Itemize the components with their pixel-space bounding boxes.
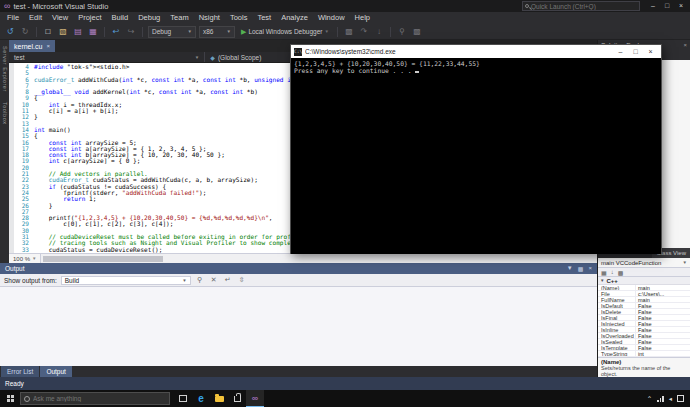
network-icon[interactable] <box>657 396 664 402</box>
property-value[interactable]: False <box>636 327 690 332</box>
menu-debug[interactable]: Debug <box>133 12 165 24</box>
cmd-close-button[interactable]: × <box>643 46 658 58</box>
alphabetical-icon[interactable]: ↓ <box>611 269 614 275</box>
redo-icon[interactable]: ↪ <box>125 26 137 38</box>
editor-horizontal-scrollbar[interactable] <box>41 254 597 263</box>
property-value[interactable]: main <box>636 285 690 290</box>
find-message-icon[interactable]: ⚲ <box>195 276 205 284</box>
property-value[interactable]: False <box>636 339 690 344</box>
menu-edit[interactable]: Edit <box>24 12 47 24</box>
windows-logo-icon <box>7 395 14 402</box>
volume-icon[interactable]: ◂ <box>669 395 672 403</box>
maximize-button[interactable]: □ <box>660 1 674 11</box>
minimize-button[interactable]: – <box>646 1 660 11</box>
panel-tab-output[interactable]: Output <box>40 366 72 377</box>
new-file-icon[interactable]: □ <box>42 26 54 38</box>
edge-taskbar-button[interactable]: e <box>192 390 210 407</box>
menu-tools[interactable]: Tools <box>225 12 253 24</box>
navigate-forward-icon[interactable]: ↻ <box>19 26 31 38</box>
menu-analyze[interactable]: Analyze <box>276 12 313 24</box>
property-pages-icon[interactable]: ▩ <box>618 269 624 276</box>
menu-window[interactable]: Window <box>313 12 350 24</box>
properties-object-dropdown[interactable]: main VCCodeFunction ▼ <box>598 258 690 268</box>
save-all-icon[interactable]: ▦ <box>87 26 99 38</box>
build-icon[interactable]: ▩ <box>343 26 355 38</box>
selected-property-description: Sets/returns the name of the object. <box>601 365 687 377</box>
property-value[interactable]: int <box>636 351 690 356</box>
cmd-minimize-button[interactable]: – <box>613 46 628 58</box>
close-icon[interactable]: × <box>683 42 687 48</box>
scrollbar-thumb[interactable] <box>43 256 163 262</box>
property-value[interactable]: False <box>636 321 690 326</box>
project-dropdown[interactable]: test ▼ <box>9 52 205 62</box>
taskbar-search-box[interactable] <box>20 392 170 405</box>
categorized-icon[interactable]: ▦ <box>601 269 607 276</box>
start-debug-button[interactable]: ▶ Local Windows Debugger ▼ <box>238 26 332 38</box>
output-title-bar[interactable]: Output ▼ ▩ × <box>0 263 597 274</box>
output-source-dropdown[interactable]: Build ▼ <box>61 276 191 285</box>
visual-studio-taskbar-button[interactable]: ∞ <box>246 390 264 407</box>
properties-section-header[interactable]: ▼ C++ <box>598 277 690 285</box>
find-in-files-icon[interactable]: ⚲ <box>396 26 408 38</box>
property-value[interactable]: False <box>636 303 690 308</box>
menu-file[interactable]: File <box>2 12 24 24</box>
property-value[interactable]: False <box>636 315 690 320</box>
menu-view[interactable]: View <box>47 12 73 24</box>
cmd-output[interactable]: {1,2,3,4,5} + {10,20,30,40,50} = {11,22,… <box>291 58 661 254</box>
step-over-icon[interactable]: ↷ <box>358 26 370 38</box>
menu-nsight[interactable]: Nsight <box>194 12 225 24</box>
property-name: IsInline <box>598 327 636 332</box>
clear-all-icon[interactable]: ✕ <box>209 276 219 284</box>
property-name: TypeString <box>598 351 636 356</box>
task-view-button[interactable] <box>174 390 192 407</box>
store-taskbar-button[interactable] <box>228 390 246 407</box>
pin-icon[interactable]: ▩ <box>578 265 584 272</box>
quick-launch-box[interactable] <box>522 1 640 11</box>
navigate-back-icon[interactable]: ↺ <box>4 26 16 38</box>
property-value[interactable]: False <box>636 333 690 338</box>
code-text: __global__ void addKernel(int *c, const … <box>34 89 258 95</box>
save-icon[interactable]: ▤ <box>72 26 84 38</box>
word-wrap-icon[interactable]: ↵ <box>223 276 233 284</box>
server-explorer-tab[interactable]: Server Explorer <box>2 46 8 92</box>
cmd-window[interactable]: C:\ C:\Windows\system32\cmd.exe – □ × {1… <box>290 44 662 254</box>
zoom-dropdown[interactable]: 100 % ▼ <box>9 254 41 263</box>
tray-expand-icon[interactable]: ⌃ <box>647 395 652 403</box>
tab-label: kernel.cu <box>14 43 42 50</box>
menu-test[interactable]: Test <box>252 12 276 24</box>
cmd-title-bar[interactable]: C:\ C:\Windows\system32\cmd.exe – □ × <box>291 45 661 58</box>
close-button[interactable]: × <box>674 1 688 11</box>
property-value[interactable]: main <box>636 297 690 302</box>
cmd-maximize-button[interactable]: □ <box>628 46 643 58</box>
property-value[interactable]: False <box>636 309 690 314</box>
step-into-icon[interactable]: ↓ <box>373 26 385 38</box>
comment-icon[interactable]: ▩ <box>411 26 423 38</box>
open-file-icon[interactable]: ▧ <box>57 26 69 38</box>
action-center-icon[interactable] <box>677 395 684 402</box>
start-button[interactable] <box>0 390 20 407</box>
undo-icon[interactable]: ↩ <box>110 26 122 38</box>
panel-tab-error-list[interactable]: Error List <box>1 366 39 377</box>
menu-project[interactable]: Project <box>73 12 106 24</box>
property-value[interactable]: c:\Users\... <box>636 291 690 296</box>
property-description: (Name) Sets/returns the name of the obje… <box>598 357 690 378</box>
platform-dropdown[interactable]: x86 ▼ <box>199 26 235 38</box>
window-position-icon[interactable]: ▼ <box>567 265 573 272</box>
edge-icon: e <box>198 393 204 404</box>
search-icon <box>525 4 529 8</box>
file-explorer-taskbar-button[interactable] <box>210 390 228 407</box>
close-icon[interactable]: × <box>588 265 592 272</box>
output-content[interactable] <box>0 287 597 366</box>
property-value[interactable]: False <box>636 345 690 350</box>
toolbox-tab[interactable]: Toolbox <box>2 102 8 124</box>
tab-kernel-cu[interactable]: kernel.cu × <box>9 40 55 52</box>
menu-team[interactable]: Team <box>165 12 193 24</box>
configuration-dropdown[interactable]: Debug ▼ <box>148 26 196 38</box>
tab-close-icon[interactable]: × <box>46 43 50 49</box>
menu-build[interactable]: Build <box>107 12 134 24</box>
menu-help[interactable]: Help <box>350 12 375 24</box>
quick-launch-input[interactable] <box>531 3 637 10</box>
taskbar-search-input[interactable] <box>33 395 166 402</box>
start-debug-label: Local Windows Debugger <box>248 28 322 35</box>
toggle-autoscroll-icon[interactable]: ⇳ <box>237 276 247 284</box>
